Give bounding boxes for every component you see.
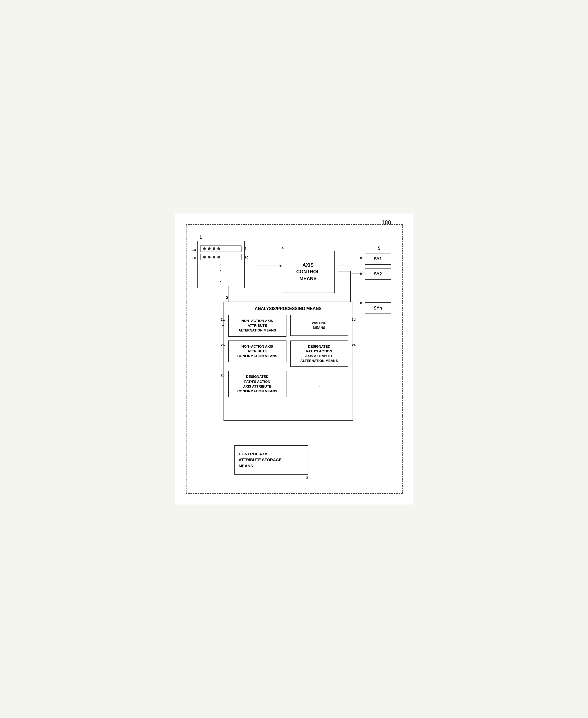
block-1: 1 1a 1c: [197, 241, 250, 288]
sy2-box: SY2: [365, 268, 391, 280]
dot: [217, 256, 220, 258]
dot: [203, 256, 206, 258]
label-1a: 1a: [192, 248, 196, 252]
page: 100 1 1a: [175, 213, 413, 505]
label-2a: 2a: [221, 317, 225, 321]
label-100: 100: [381, 219, 391, 226]
block-3-box: CONTROL AXISATTRIBUTE STORAGEMEANS: [234, 445, 308, 475]
dot: [203, 247, 206, 250]
block-5: 5 SY1 SY2 ···· SYn: [365, 246, 394, 317]
tape-row-1c: 1c: [200, 246, 241, 252]
analysis-processing-title: ANALYSIS/PROCESSING MEANS: [228, 307, 348, 311]
sy1-box: SY1: [365, 253, 391, 265]
label-5: 5: [365, 246, 394, 251]
dot: [208, 247, 211, 250]
label-2d: 2d: [352, 317, 356, 321]
non-action-confirmation-box: NON–ACTION AXISATTRIBUTECONFIRMATION MEA…: [228, 340, 287, 362]
label-3: 3: [234, 476, 308, 480]
bottom-dots-2: ···: [228, 400, 348, 416]
designated-alternation-box: DESIGNATEDPATH'S ACTIONAXIS ATTRIBUTEALT…: [290, 340, 348, 367]
tape-row-1d: 1d: [200, 254, 241, 260]
dots-cell: ···: [290, 371, 348, 397]
waiting-means-box: WAITINGMEANS: [290, 315, 348, 336]
label-1c: 1c: [245, 247, 249, 251]
label-2b: 2b: [221, 343, 225, 347]
label-1b: 1b: [192, 256, 196, 260]
label-2e: 2e: [352, 343, 356, 347]
designated-confirmation-box: DESIGNATEDPATH'S ACTIONAXIS ATTRIBUTECON…: [228, 371, 287, 397]
block-2: 2 ANALYSIS/PROCESSING MEANS 2a NON–ACTIO…: [224, 301, 353, 421]
sy-dots: ····: [365, 283, 394, 300]
label-2c: 2c: [221, 373, 225, 377]
axis-control-means-text: AXISCONTROLMEANS: [296, 262, 320, 282]
syn-box: SYn: [365, 302, 391, 314]
label-2: 2: [226, 295, 229, 300]
block-2-inner: 2a NON–ACTION AXISATTRIBUTEALTERNATION M…: [228, 315, 348, 397]
label-1d: 1d: [245, 255, 249, 259]
block-3: CONTROL AXISATTRIBUTE STORAGEMEANS 3: [234, 445, 308, 480]
dot: [208, 256, 211, 258]
svg-marker-14: [360, 301, 363, 304]
dot: [213, 256, 215, 258]
tape-dots-2: [203, 256, 220, 258]
dot: [213, 247, 215, 250]
dots-1: ····: [200, 262, 241, 284]
block-4-box: AXISCONTROLMEANS: [282, 251, 335, 293]
svg-marker-5: [360, 257, 363, 259]
dot: [217, 247, 220, 250]
tape-dots-1: [203, 247, 220, 250]
svg-marker-9: [360, 273, 363, 275]
main-container: 100 1 1a: [186, 224, 403, 494]
non-action-alternation-box: NON–ACTION AXISATTRIBUTEALTERNATION MEAN…: [228, 315, 287, 337]
label-1: 1: [200, 235, 202, 240]
block-1-box: 1a 1c 1b: [197, 241, 245, 288]
block-4: 4 AXISCONTROLMEANS: [282, 246, 337, 293]
block-2-outer: ANALYSIS/PROCESSING MEANS 2a NON–ACTION …: [224, 301, 353, 421]
label-4: 4: [282, 246, 337, 250]
